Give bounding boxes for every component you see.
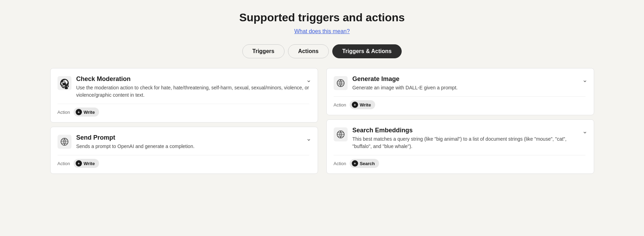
footer-label-check-moderation: Action <box>58 110 70 115</box>
right-column: Generate Image Generate an image with DA… <box>326 68 594 178</box>
chevron-generate-image[interactable]: ⌄ <box>582 76 588 84</box>
card-search-embeddings: Search Embeddings This best matches a qu… <box>326 119 594 174</box>
card-footer-check-moderation: Action + Write <box>58 104 309 117</box>
badge-icon-send-prompt: + <box>76 160 82 167</box>
card-header-send-prompt: Send Prompt Sends a prompt to OpenAI and… <box>58 134 309 150</box>
card-desc-generate-image: Generate an image with DALL-E given a pr… <box>353 84 585 91</box>
badge-write-send-prompt: + Write <box>74 159 99 168</box>
card-header: Check Moderation Use the moderation acti… <box>58 75 309 99</box>
badge-text-search-embeddings: Search <box>360 161 375 166</box>
badge-text-check-moderation: Write <box>84 110 95 115</box>
subtitle-link[interactable]: What does this mean? <box>294 28 350 35</box>
badge-text-send-prompt: Write <box>84 161 95 166</box>
footer-label-search-embeddings: Action <box>334 161 346 166</box>
openai-icon-generate-image <box>334 76 348 90</box>
card-footer-generate-image: Action + Write <box>334 96 585 109</box>
card-text-send-prompt: Send Prompt Sends a prompt to OpenAI and… <box>76 134 309 150</box>
footer-label-send-prompt: Action <box>58 161 70 166</box>
card-text-check-moderation: Check Moderation Use the moderation acti… <box>76 75 309 99</box>
card-send-prompt: Send Prompt Sends a prompt to OpenAI and… <box>50 127 318 174</box>
card-generate-image: Generate Image Generate an image with DA… <box>326 68 594 115</box>
tab-actions[interactable]: Actions <box>288 44 329 58</box>
card-desc-search-embeddings: This best matches a query string (like "… <box>353 135 585 150</box>
card-desc-send-prompt: Sends a prompt to OpenAI and generate a … <box>76 143 309 150</box>
card-title-search-embeddings: Search Embeddings <box>353 127 585 134</box>
openai-icon-check-moderation <box>58 76 71 90</box>
card-title-generate-image: Generate Image <box>353 75 585 83</box>
page-container: Supported triggers and actions What does… <box>0 0 644 236</box>
badge-search-embeddings: + Search <box>350 159 379 168</box>
card-header-generate-image: Generate Image Generate an image with DA… <box>334 75 585 91</box>
card-text-search-embeddings: Search Embeddings This best matches a qu… <box>353 127 585 150</box>
filter-tabs: Triggers Actions Triggers & Actions <box>242 44 402 58</box>
chevron-send-prompt[interactable]: ⌄ <box>306 135 311 142</box>
openai-icon-search-embeddings <box>334 127 348 141</box>
card-text-generate-image: Generate Image Generate an image with DA… <box>353 75 585 91</box>
chevron-search-embeddings[interactable]: ⌄ <box>582 127 588 135</box>
openai-icon-send-prompt <box>58 135 71 149</box>
badge-icon-generate-image: + <box>352 102 358 108</box>
card-check-moderation: Check Moderation Use the moderation acti… <box>50 68 318 123</box>
card-title-send-prompt: Send Prompt <box>76 134 309 141</box>
badge-write-check-moderation: + Write <box>74 108 99 117</box>
footer-label-generate-image: Action <box>334 102 346 108</box>
badge-text-generate-image: Write <box>360 102 371 108</box>
card-desc-check-moderation: Use the moderation action to check for h… <box>76 84 309 99</box>
columns-container: Check Moderation Use the moderation acti… <box>50 68 594 178</box>
tab-triggers[interactable]: Triggers <box>242 44 285 58</box>
card-footer-search-embeddings: Action + Search <box>334 155 585 168</box>
chevron-check-moderation[interactable]: ⌄ <box>306 76 311 84</box>
badge-write-generate-image: + Write <box>350 100 375 109</box>
badge-icon-search-embeddings: + <box>352 160 358 167</box>
page-title: Supported triggers and actions <box>239 11 405 24</box>
badge-icon-check-moderation: + <box>76 109 82 115</box>
card-title-check-moderation: Check Moderation <box>76 75 309 83</box>
card-header-search-embeddings: Search Embeddings This best matches a qu… <box>334 127 585 150</box>
left-column: Check Moderation Use the moderation acti… <box>50 68 318 178</box>
tab-triggers-actions[interactable]: Triggers & Actions <box>332 44 402 58</box>
card-footer-send-prompt: Action + Write <box>58 155 309 168</box>
